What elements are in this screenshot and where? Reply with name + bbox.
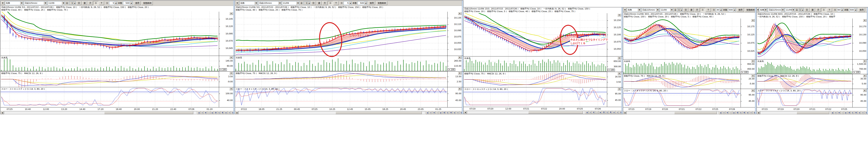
period-day-button[interactable]: 日	[76, 1, 82, 5]
scrollbar-thumb[interactable]	[336, 112, 422, 114]
chart-tool-button[interactable]: -	[595, 111, 599, 114]
chart-tool-button[interactable]: R	[450, 111, 453, 114]
scroll-left-button[interactable]: ◀	[235, 111, 239, 114]
minute-spinner[interactable]: 30 ◢	[716, 8, 722, 12]
window-menu-dropdown-icon[interactable]: ▼	[1, 1, 4, 5]
contract-select[interactable]: 11/09 ▼	[785, 8, 795, 12]
apply-button[interactable]: 適用	[737, 8, 744, 12]
chart-tool-button[interactable]: ◀	[719, 111, 722, 114]
chart-tool-button[interactable]: ◀	[585, 111, 589, 114]
symbol-select[interactable]: 日経225mini ▼	[642, 8, 659, 12]
chevron-down-icon[interactable]: ▼	[656, 8, 659, 11]
chart-tool-button[interactable]: R	[743, 111, 746, 114]
period-minute-button[interactable]: 分	[700, 8, 705, 12]
bar-multiple-spinner[interactable]: 1 ◢	[304, 1, 310, 5]
bar-count-spinner[interactable]: 500 ◢	[728, 8, 736, 12]
pane-scale-dropdown-icon[interactable]: ▼	[863, 74, 867, 77]
category-select[interactable]: 先物 ▼	[5, 1, 23, 5]
chevron-down-icon[interactable]: ▼	[20, 2, 23, 5]
period-week-button[interactable]: 週	[689, 8, 694, 12]
horizontal-scrollbar[interactable]: ◀ ◀+▼-▶DLR⊕✕⇅	[1, 111, 235, 114]
chevron-down-icon[interactable]: ▼	[638, 8, 641, 11]
chart-tool-button[interactable]: ▼	[592, 111, 595, 114]
symbol-select[interactable]: 日経225mini ▼	[24, 1, 47, 5]
pane-scale-dropdown-icon[interactable]: ▼	[229, 12, 233, 15]
multi-symbol-button[interactable]: 複数銘柄	[142, 1, 153, 5]
minute-spinner[interactable]: 5 ◢	[109, 1, 117, 5]
vertical-scrollbar[interactable]	[755, 7, 756, 114]
chart-tool-button[interactable]: ▼	[726, 111, 729, 114]
scrollbar-track[interactable]	[239, 111, 425, 114]
period-tick-button[interactable]: T	[99, 1, 104, 5]
pane-scale-dropdown-icon[interactable]: ▼	[618, 72, 621, 75]
chevron-down-icon[interactable]: ▼	[278, 2, 281, 5]
chart-tool-button[interactable]: D	[848, 111, 851, 114]
multi-symbol-button[interactable]: 複数銘柄	[376, 1, 387, 5]
chart-tool-button[interactable]: ✕	[456, 111, 459, 114]
scrollbar-thumb[interactable]	[797, 112, 829, 114]
horizontal-scrollbar[interactable]: ◀ ◀+▼-▶DLR⊕✕⇅	[235, 111, 463, 114]
chevron-down-icon[interactable]: ▼	[297, 2, 300, 5]
category-select[interactable]: 先物 ▼	[759, 8, 767, 12]
chart-tool-button[interactable]: -	[841, 111, 844, 114]
chart-tool-button[interactable]: ✕	[616, 111, 619, 114]
chart-tool-button[interactable]: ✕	[861, 111, 864, 114]
spinner-icon[interactable]: ◢	[308, 2, 310, 4]
chart-tool-button[interactable]: -	[208, 111, 211, 114]
apply-button[interactable]: 適用	[858, 8, 865, 12]
vertical-scrollbar[interactable]	[234, 1, 235, 114]
bar-count-spinner[interactable]: 500 ◢	[123, 1, 132, 5]
minute-spinner[interactable]: 60 ◢	[837, 8, 843, 12]
bar-multiple-spinner[interactable]: 1 ◢	[677, 8, 683, 12]
chart-tool-button[interactable]: +	[834, 111, 837, 114]
contract-select[interactable]: 11/09 ▼	[660, 8, 673, 12]
period-day-button[interactable]: 日	[311, 1, 316, 5]
chart-tool-button[interactable]: +	[722, 111, 725, 114]
pane-scale-dropdown-icon[interactable]: ▼	[229, 72, 233, 75]
pane-scale-dropdown-icon[interactable]: ▼	[751, 60, 755, 63]
chart-tool-button[interactable]: +	[200, 111, 204, 114]
pane-scale-dropdown-icon[interactable]: ▼	[229, 88, 233, 90]
vertical-scrollbar[interactable]	[462, 1, 463, 114]
pane-scale-dropdown-icon[interactable]: ▼	[863, 19, 867, 22]
pane-scale-dropdown-icon[interactable]: ▼	[863, 89, 867, 92]
chevron-down-icon[interactable]: ▼	[255, 2, 258, 5]
pane-scale-dropdown-icon[interactable]: ▼	[751, 89, 755, 92]
period-month-button[interactable]: 月	[322, 1, 327, 5]
scrollbar-thumb[interactable]	[104, 112, 193, 114]
bar-count-spinner[interactable]: 500 ◢	[358, 1, 367, 5]
window-menu-dropdown-icon[interactable]: ▼	[757, 8, 758, 12]
period-tick-button[interactable]: T	[334, 1, 339, 5]
scroll-left-button[interactable]: ◀	[1, 111, 4, 114]
chart-tool-button[interactable]: ▶	[844, 111, 847, 114]
chart-tool-button[interactable]: -	[436, 111, 439, 114]
vertical-scrollbar[interactable]	[621, 7, 623, 114]
period-minute-button[interactable]: 分	[328, 1, 333, 5]
pane-scale-dropdown-icon[interactable]: ▼	[229, 56, 233, 59]
period-week-button[interactable]: 週	[82, 1, 87, 5]
chart-tool-button[interactable]: ✕	[749, 111, 753, 114]
horizontal-scrollbar[interactable]: ◀ ◀+▼-▶DLR⊕✕⇅	[623, 111, 756, 114]
chart-tool-button[interactable]: ▼	[433, 111, 436, 114]
chart-tool-button[interactable]: ▶	[211, 111, 214, 114]
period-month-button[interactable]: 月	[816, 8, 821, 12]
pane-scale-dropdown-icon[interactable]: ▼	[458, 72, 462, 75]
contract-select[interactable]: 11/09 ▼	[282, 1, 300, 5]
chart-tool-button[interactable]: ▼	[204, 111, 207, 114]
period-minute-button[interactable]: 分	[93, 1, 98, 5]
spinner-icon[interactable]: ◢	[349, 2, 351, 4]
chart-tool-button[interactable]: -	[729, 111, 732, 114]
chevron-down-icon[interactable]: ▼	[781, 8, 784, 11]
window-menu-dropdown-icon[interactable]: ▼	[623, 8, 626, 12]
chevron-down-icon[interactable]: ▼	[764, 8, 767, 11]
pane-scale-dropdown-icon[interactable]: ▼	[458, 56, 462, 59]
chart-tool-button[interactable]: ⊕	[453, 111, 456, 114]
contract-select[interactable]: 11/09 ▼	[48, 1, 65, 5]
period-week-button[interactable]: 週	[316, 1, 322, 5]
chart-tool-button[interactable]: ▶	[439, 111, 442, 114]
chart-tool-button[interactable]: ◀	[197, 111, 200, 114]
scrollbar-thumb[interactable]	[674, 112, 717, 114]
chart-tool-button[interactable]: R	[855, 111, 858, 114]
scrollbar-track[interactable]	[760, 111, 830, 114]
period-tick-button[interactable]: T	[827, 8, 832, 12]
